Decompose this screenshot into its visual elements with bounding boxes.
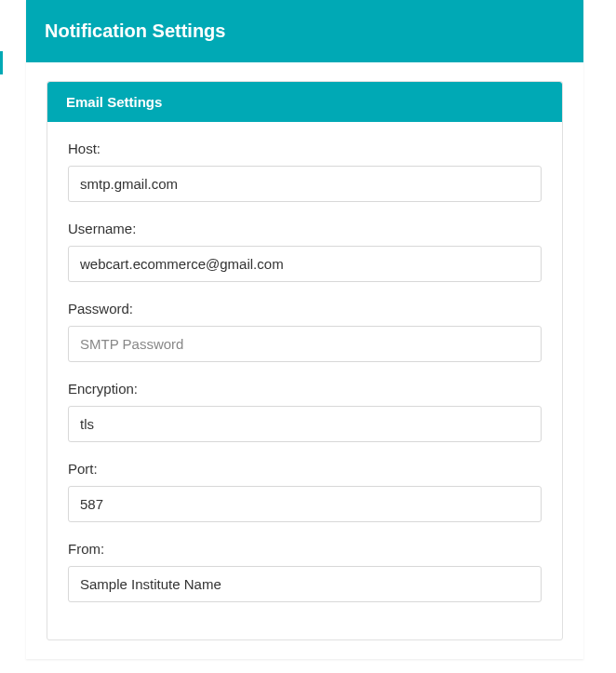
host-input[interactable] [68, 166, 542, 202]
host-group: Host: [68, 141, 542, 202]
encryption-label: Encryption: [68, 381, 542, 397]
password-label: Password: [68, 301, 542, 316]
left-accent-bar [0, 51, 3, 74]
notification-settings-panel: Notification Settings Email Settings Hos… [26, 0, 583, 659]
username-input[interactable] [68, 246, 542, 282]
encryption-input[interactable] [68, 406, 542, 442]
username-label: Username: [68, 221, 542, 236]
port-label: Port: [68, 461, 542, 477]
from-group: From: [68, 541, 542, 602]
username-group: Username: [68, 221, 542, 282]
email-settings-title: Email Settings [47, 82, 562, 122]
port-group: Port: [68, 461, 542, 522]
panel-body: Email Settings Host: Username: Password:… [26, 62, 583, 659]
from-label: From: [68, 541, 542, 557]
email-settings-panel: Email Settings Host: Username: Password:… [47, 81, 563, 640]
port-input[interactable] [68, 486, 542, 522]
email-settings-body: Host: Username: Password: Encryption: Po [47, 122, 562, 639]
password-group: Password: [68, 301, 542, 362]
page-title: Notification Settings [26, 0, 583, 62]
host-label: Host: [68, 141, 542, 156]
encryption-group: Encryption: [68, 381, 542, 442]
password-input[interactable] [68, 326, 542, 362]
from-input[interactable] [68, 566, 542, 602]
